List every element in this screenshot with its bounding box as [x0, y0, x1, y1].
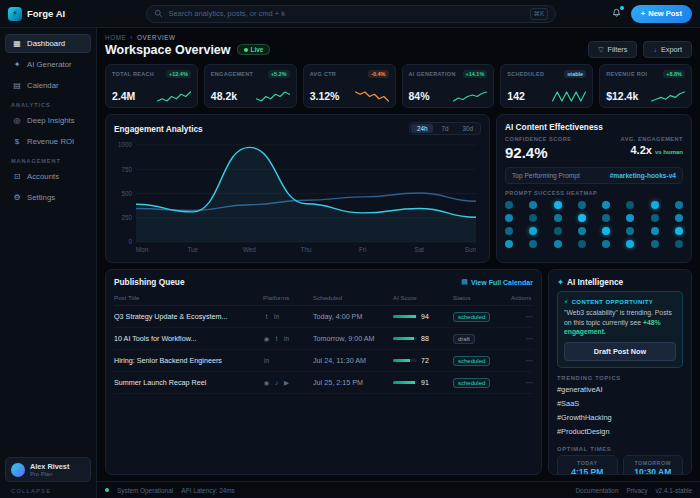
time-label: TOMORROW — [628, 460, 679, 466]
score-fill — [393, 337, 414, 340]
sidebar-nav: ▦ Dashboard ✦ AI Generator ▤ Calendar AN… — [5, 34, 91, 209]
trending-topic[interactable]: #ProductDesign — [557, 425, 683, 439]
notifications-bell-icon[interactable] — [611, 8, 622, 19]
row-actions-button[interactable]: ⋯ — [511, 378, 533, 387]
heatmap-cell — [675, 227, 683, 235]
user-card[interactable]: Alex Rivest Pro Plan — [5, 457, 91, 482]
heatmap-cell — [602, 214, 610, 222]
view-full-calendar-link[interactable]: ▤ View Full Calendar — [461, 278, 533, 286]
trending-topic[interactable]: #GrowthHacking — [557, 411, 683, 425]
sidebar-item-deep-insights[interactable]: ◎ Deep Insights — [5, 111, 91, 130]
settings-icon: ⚙ — [12, 193, 22, 202]
search-input[interactable] — [168, 9, 524, 18]
svg-text:Wed: Wed — [243, 246, 256, 253]
svg-text:500: 500 — [121, 190, 132, 197]
heatmap-cell — [675, 214, 683, 222]
intel-title: AI Intelligence — [567, 277, 623, 287]
sidebar-item-ai-generator[interactable]: ✦ AI Generator — [5, 55, 91, 74]
avatar — [11, 463, 25, 477]
svg-text:750: 750 — [121, 166, 132, 173]
queue-row[interactable]: Hiring: Senior Backend Engineers in Jul … — [114, 350, 533, 372]
kpi-delta-badge: stable — [564, 70, 586, 78]
status-badge: scheduled — [453, 312, 490, 322]
heatmap-cell — [578, 227, 586, 235]
user-plan: Pro Plan — [30, 471, 69, 477]
sidebar-item-calendar[interactable]: ▤ Calendar — [5, 76, 91, 95]
trending-topic[interactable]: #SaaS — [557, 397, 683, 411]
engagement-line-chart: 02505007501000MonTueWedThuFriSatSun — [114, 139, 481, 255]
tab-24h[interactable]: 24h — [411, 124, 434, 133]
heatmap-cell — [675, 201, 683, 209]
topbar: ⚡ Forge AI ⌘K + New Post — [0, 0, 700, 28]
col-status: Status — [453, 294, 507, 301]
export-button[interactable]: ↓ Export — [643, 41, 692, 58]
sidebar-item-dashboard[interactable]: ▦ Dashboard — [5, 34, 91, 53]
row-actions-button[interactable]: ⋯ — [511, 356, 533, 365]
svg-text:Sat: Sat — [415, 246, 425, 253]
publishing-queue-panel: Publishing Queue ▤ View Full Calendar Po… — [105, 269, 542, 475]
score-fill — [393, 315, 416, 318]
new-post-button[interactable]: + New Post — [631, 5, 692, 23]
kpi-card: ENGAGEMENT +5.2% 48.2k — [204, 64, 297, 108]
heatmap-cell — [651, 214, 659, 222]
linkedin-icon: in — [263, 357, 270, 364]
collapse-button[interactable]: COLLAPSE — [5, 482, 91, 494]
kpi-value: 48.2k — [211, 90, 237, 102]
queue-table-header: Post Title Platforms Scheduled AI Score … — [114, 291, 533, 306]
draft-post-now-button[interactable]: Draft Post Now — [564, 342, 676, 361]
platforms: ◉♪▶ — [263, 379, 309, 386]
heatmap-cell — [554, 240, 562, 248]
svg-text:1000: 1000 — [118, 141, 133, 148]
filters-button[interactable]: ▽ Filters — [588, 41, 637, 58]
queue-row[interactable]: Summer Launch Recap Reel ◉♪▶ Jul 25, 2:1… — [114, 372, 533, 394]
effectiveness-title: AI Content Effectiveness — [505, 122, 603, 132]
privacy-link[interactable]: Privacy — [626, 487, 647, 494]
documentation-link[interactable]: Documentation — [575, 487, 618, 494]
queue-row[interactable]: Q3 Strategy Update & Ecosystem... tin To… — [114, 306, 533, 328]
kpi-card: SCHEDULED stable 142 — [500, 64, 593, 108]
post-title: 10 AI Tools for Workflow... — [114, 334, 259, 343]
heatmap-cell — [626, 201, 634, 209]
status-badge: draft — [453, 334, 475, 344]
row-actions-button[interactable]: ⋯ — [511, 312, 533, 321]
twitter-icon: t — [273, 335, 280, 342]
tab-30d[interactable]: 30d — [456, 124, 479, 133]
kpi-card: TOTAL REACH +12.4% 2.4M — [105, 64, 198, 108]
queue-row[interactable]: 10 AI Tools for Workflow... ◉tin Tomorro… — [114, 328, 533, 350]
search-icon — [154, 9, 163, 18]
sidebar-item-settings[interactable]: ⚙ Settings — [5, 188, 91, 207]
kpi-label: ENGAGEMENT — [211, 71, 253, 77]
tab-7d[interactable]: 7d — [435, 124, 454, 133]
breadcrumb-home[interactable]: HOME — [105, 34, 126, 41]
main-content: HOME › OVERVIEW Workspace Overview Live … — [97, 28, 700, 481]
revenue-roi-icon: $ — [12, 137, 22, 146]
kpi-card: AI GENERATION +14.1% 84% — [402, 64, 495, 108]
heatmap-cell — [651, 201, 659, 209]
sidebar-section-analytics: ANALYTICS — [11, 102, 85, 108]
tiktok-icon: ♪ — [273, 379, 280, 386]
sidebar-item-revenue-roi[interactable]: $ Revenue ROI — [5, 132, 91, 151]
platforms: tin — [263, 313, 309, 320]
row-actions-button[interactable]: ⋯ — [511, 334, 533, 343]
kpi-value: 142 — [507, 90, 525, 102]
score-number: 72 — [421, 357, 429, 364]
calendar-link-icon: ▤ — [461, 278, 468, 286]
time-range-tabs: 24h 7d 30d — [409, 122, 481, 135]
opportunity-text: "Web3 scalability" is trending. Posts on… — [564, 308, 676, 337]
score-bar — [393, 315, 417, 318]
kpi-sparkline — [651, 90, 685, 102]
api-latency: API Latency: 24ms — [181, 487, 235, 494]
trending-topic[interactable]: #generativeAI — [557, 383, 683, 397]
sidebar-item-accounts[interactable]: ⊡ Accounts — [5, 167, 91, 186]
kpi-value: 84% — [409, 90, 430, 102]
optimal-time-tomorrow: TOMORROW 10:30 AM — [623, 455, 684, 475]
heatmap-cell — [529, 214, 537, 222]
top-prompt-value[interactable]: #marketing-hooks-v4 — [610, 172, 676, 179]
heatmap-cell — [675, 240, 683, 248]
export-label: Export — [661, 45, 682, 54]
sidebar-item-label: Deep Insights — [27, 116, 75, 125]
breadcrumb-separator-icon: › — [130, 34, 133, 41]
sidebar-section-management: MANAGEMENT — [11, 158, 85, 164]
sidebar-item-label: Calendar — [27, 81, 59, 90]
global-search[interactable]: ⌘K — [146, 5, 556, 23]
